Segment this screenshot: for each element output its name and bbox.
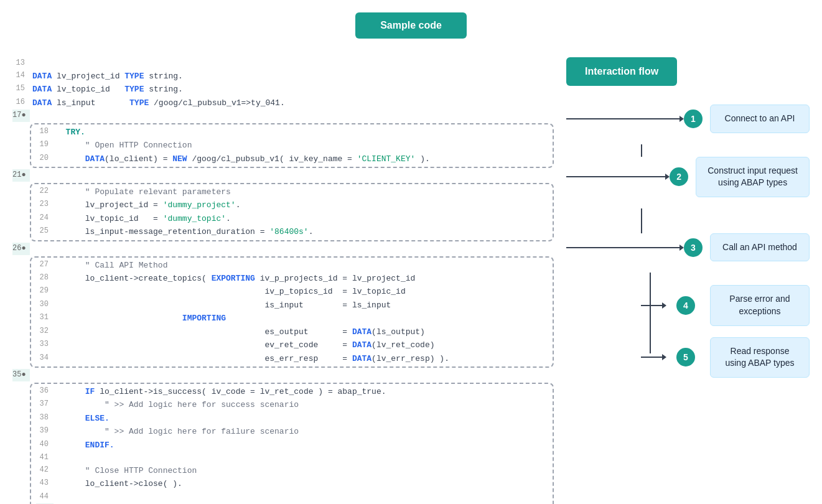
code-line-36: 36 IF lo_client->is_success( iv_code = l… [36, 385, 548, 398]
flow-circle-4: 4 [676, 296, 695, 315]
code-line-28: 28 lo_client->create_topics( EXPORTING i… [36, 272, 548, 285]
branch-h-4 [641, 305, 650, 306]
code-line-32: 32 es_output = DATA(ls_output) [36, 325, 548, 338]
code-line-38: 38 ELSE. [36, 412, 548, 425]
v-connector-2-3 [641, 208, 642, 233]
flow-box-2: Construct input requestusing ABAP types [696, 157, 810, 197]
flow-box-5: Read responseusing ABAP types [710, 337, 810, 378]
code-line-13: 13 [12, 57, 554, 70]
code-line-33: 33 ev_ret_code = DATA(lv_ret_code) [36, 338, 548, 352]
code-line-19: 19 " Open HTTP Connection [36, 139, 548, 152]
code-line-30: 30 is_input = ls_input [36, 299, 548, 312]
code-line-37: 37 " >> Add logic here for success scena… [36, 398, 548, 411]
interaction-flow-panel: Interaction flow 1 Connect to an API [554, 57, 810, 504]
flow-box-4: Parse error andexceptions [710, 285, 810, 325]
code-line-44: 44 [36, 491, 548, 503]
code-line-20: 20 DATA(lo_client) = NEW /goog/cl_pubsub… [36, 152, 548, 166]
code-line-34: 34 es_err_resp = DATA(lv_err_resp) ). [36, 352, 548, 365]
interaction-flow-button[interactable]: Interaction flow [566, 57, 677, 86]
code-line-31: 31 IMPORTING [36, 312, 548, 325]
code-line-40: 40 ENDIF. [36, 439, 548, 452]
flow-item-3: 3 Call an API method [566, 233, 810, 262]
code-line-16: 16 DATA ls_input TYPE /goog/cl_pubsub_v1… [12, 96, 554, 110]
code-line-39: 39 " >> Add logic here for failure scena… [36, 425, 548, 438]
branch-v-line [650, 273, 651, 353]
flow-circle-3: 3 [684, 238, 703, 257]
code-line-24: 24 lv_topic_id = 'dummy_topic'. [36, 212, 548, 225]
v-connector-1-2 [641, 144, 642, 157]
code-line-15: 15 DATA lv_topic_id TYPE string. [12, 83, 554, 96]
flow-box-3: Call an API method [710, 233, 810, 262]
code-line-21: 21● [12, 169, 554, 182]
connector-1 [566, 116, 684, 122]
code-line-18: 18 TRY. [36, 126, 548, 139]
code-line-14: 14 DATA lv_project_id TYPE string. [12, 70, 554, 83]
code-lines: 13 14 DATA lv_project_id TYPE string. 15… [12, 57, 554, 504]
code-line-41: 41 [36, 452, 548, 464]
flow-circle-5: 5 [676, 348, 695, 366]
box-populate-params: 22 " Populate relevant parameters 23 lv_… [30, 183, 554, 241]
flow-container: 1 Connect to an API 2 Construct input re… [566, 105, 810, 389]
code-line-17: 17● [12, 110, 554, 122]
branch-h-5 [641, 357, 650, 358]
code-line-42: 42 " Close HTTP Connection [36, 464, 548, 477]
code-panel: 13 14 DATA lv_project_id TYPE string. 15… [12, 57, 554, 504]
code-line-22: 22 " Populate relevant parameters [36, 185, 548, 198]
code-line-27: 27 " Call API Method [36, 259, 548, 272]
box-if-catch: 36 IF lo_client->is_success( iv_code = l… [30, 383, 554, 504]
connector-2 [566, 174, 670, 180]
code-line-26: 26● [12, 243, 554, 255]
box-try-connect: 18 TRY. 19 " Open HTTP Connection 20 DAT… [30, 123, 554, 168]
branch-area: 4 Parse error andexceptions 5 Read respo… [641, 273, 810, 388]
code-line-25: 25 ls_input-message_retention_duration =… [36, 225, 548, 238]
code-line-35: 35● [12, 369, 554, 381]
flow-item-1: 1 Connect to an API [566, 105, 810, 133]
code-line-23: 23 lv_project_id = 'dummy_project'. [36, 198, 548, 212]
flow-item-4: 4 Parse error andexceptions [641, 273, 810, 325]
flow-circle-1: 1 [684, 110, 703, 128]
box-call-api: 27 " Call API Method 28 lo_client->creat… [30, 256, 554, 368]
connector-3 [566, 245, 684, 251]
flow-item-2: 2 Construct input requestusing ABAP type… [566, 157, 810, 197]
sample-code-button[interactable]: Sample code [355, 12, 467, 39]
code-line-29: 29 iv_p_topics_id = lv_topic_id [36, 285, 548, 298]
flow-box-1: Connect to an API [710, 105, 810, 133]
code-line-43: 43 lo_client->close( ). [36, 477, 548, 490]
flow-circle-2: 2 [670, 167, 688, 186]
flow-item-5: 5 Read responseusing ABAP types [641, 337, 810, 378]
